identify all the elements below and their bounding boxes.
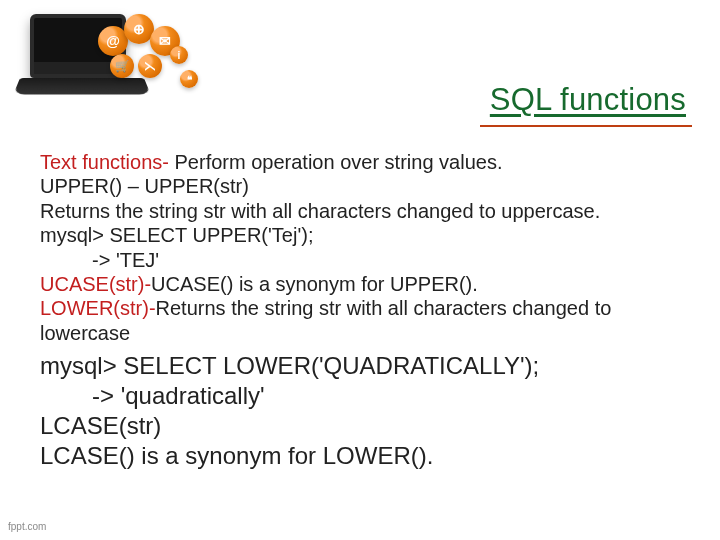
decorative-laptop-graphic: @ ⊕ ✉ 🛒 ⋋ i ❝ [12, 4, 172, 124]
footer-watermark: fppt.com [8, 521, 46, 532]
lcase-signature: LCASE(str) [40, 412, 161, 439]
lower-example-prompt: mysql> SELECT LOWER('QUADRATICALLY'); [40, 352, 539, 379]
lcase-desc: LCASE() is a synonym for LOWER(). [40, 442, 433, 469]
lower-example-result: -> 'quadratically' [40, 381, 680, 411]
ucase-desc: UCASE() is a synonym for UPPER(). [151, 273, 478, 295]
upper-example-result: -> 'TEJ' [40, 248, 680, 272]
ucase-signature: UCASE(str)- [40, 273, 151, 295]
upper-signature: UPPER() – UPPER(str) [40, 175, 249, 197]
info-icon: i [170, 46, 188, 64]
upper-desc: Returns the string str with all characte… [40, 200, 600, 222]
lower-signature: LOWER(str)- [40, 297, 156, 319]
rss-icon: ⋋ [138, 54, 162, 78]
body-block-1: Text functions- Perform operation over s… [40, 150, 680, 345]
cart-icon: 🛒 [110, 54, 134, 78]
upper-example-prompt: mysql> SELECT UPPER('Tej'); [40, 224, 313, 246]
slide-title: SQL functions [490, 82, 686, 118]
text-functions-heading: Text functions- [40, 151, 175, 173]
body-block-2: mysql> SELECT LOWER('QUADRATICALLY'); ->… [40, 351, 680, 471]
text-functions-desc: Perform operation over string values. [175, 151, 503, 173]
icon-balloons: @ ⊕ ✉ 🛒 ⋋ i ❝ [104, 18, 184, 98]
slide-body: Text functions- Perform operation over s… [40, 150, 680, 471]
chat-icon: ❝ [180, 70, 198, 88]
